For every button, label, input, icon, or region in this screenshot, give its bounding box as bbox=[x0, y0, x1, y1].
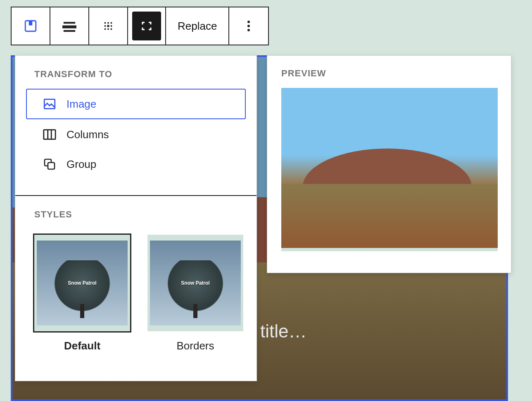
svg-point-7 bbox=[111, 22, 112, 24]
group-icon bbox=[43, 157, 57, 171]
thumb-caption: Snow Patrol bbox=[68, 280, 96, 286]
svg-rect-18 bbox=[44, 130, 55, 139]
svg-point-10 bbox=[111, 25, 112, 27]
svg-point-13 bbox=[111, 28, 112, 30]
align-button[interactable] bbox=[50, 7, 89, 45]
preview-image bbox=[281, 88, 498, 248]
transform-option-columns[interactable]: Columns bbox=[34, 120, 238, 149]
transform-option-image[interactable]: Image bbox=[26, 89, 246, 119]
svg-point-15 bbox=[247, 25, 250, 27]
style-option-default[interactable]: Snow Patrol Default bbox=[34, 235, 130, 352]
transform-heading: Transform to bbox=[34, 69, 238, 80]
svg-rect-9 bbox=[107, 25, 109, 27]
block-type-button[interactable] bbox=[12, 7, 50, 45]
style-label: Borders bbox=[147, 340, 243, 352]
svg-point-12 bbox=[107, 28, 109, 30]
replace-button[interactable]: Replace bbox=[166, 7, 229, 45]
svg-point-6 bbox=[107, 22, 109, 24]
drag-icon bbox=[102, 20, 114, 32]
transform-section: Transform to Image Columns bbox=[15, 56, 256, 188]
block-toolbar: Replace bbox=[11, 7, 269, 45]
svg-rect-1 bbox=[29, 21, 33, 25]
style-thumbnail: Snow Patrol bbox=[147, 235, 243, 331]
svg-point-16 bbox=[247, 29, 250, 31]
drag-handle[interactable] bbox=[89, 7, 128, 45]
svg-rect-3 bbox=[62, 26, 76, 28]
align-icon bbox=[62, 20, 76, 32]
style-label: Default bbox=[34, 340, 130, 352]
more-options-button[interactable] bbox=[229, 7, 268, 45]
toolbar-separator bbox=[128, 7, 166, 45]
svg-point-14 bbox=[247, 21, 250, 23]
fullscreen-icon bbox=[140, 20, 153, 32]
svg-rect-4 bbox=[64, 30, 75, 32]
thumb-caption: Snow Patrol bbox=[181, 280, 209, 286]
ellipsis-vertical-icon bbox=[247, 20, 250, 32]
svg-rect-2 bbox=[64, 22, 75, 24]
svg-rect-22 bbox=[48, 163, 55, 169]
preview-box bbox=[281, 88, 498, 251]
preview-heading: Preview bbox=[281, 68, 497, 79]
svg-point-5 bbox=[104, 22, 106, 24]
transform-panel: Transform to Image Columns bbox=[15, 55, 257, 381]
transform-option-group[interactable]: Group bbox=[34, 150, 238, 179]
cover-block-icon bbox=[24, 19, 38, 33]
transform-option-label: Group bbox=[66, 158, 96, 171]
fullscreen-button[interactable] bbox=[132, 12, 161, 40]
svg-point-8 bbox=[104, 25, 106, 27]
transform-option-label: Image bbox=[66, 98, 96, 111]
image-icon bbox=[43, 97, 57, 111]
svg-point-11 bbox=[104, 28, 106, 30]
cover-title-placeholder[interactable]: title… bbox=[260, 321, 306, 342]
styles-section: Styles Snow Patrol Default Snow Patrol bbox=[15, 196, 256, 361]
transform-option-label: Columns bbox=[66, 128, 109, 141]
preview-panel: Preview bbox=[267, 55, 511, 273]
styles-heading: Styles bbox=[34, 209, 238, 220]
style-option-borders[interactable]: Snow Patrol Borders bbox=[147, 235, 243, 352]
style-thumbnail: Snow Patrol bbox=[34, 235, 130, 331]
columns-icon bbox=[43, 127, 57, 142]
